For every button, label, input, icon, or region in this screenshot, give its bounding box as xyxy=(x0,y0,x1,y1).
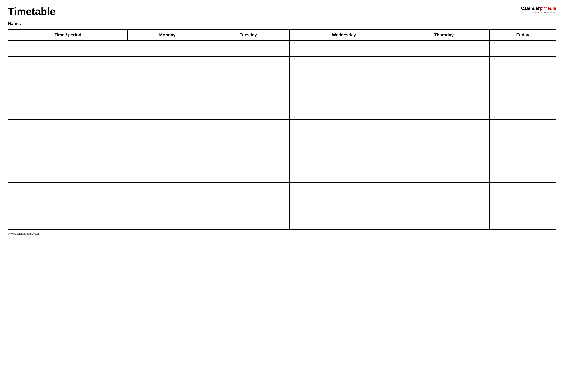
table-cell[interactable] xyxy=(490,72,556,88)
table-cell[interactable] xyxy=(207,182,290,198)
timetable: Time / period Monday Tuesday Wednesday T… xyxy=(8,29,556,230)
table-cell[interactable] xyxy=(128,41,207,56)
table-cell[interactable] xyxy=(207,167,290,182)
table-cell[interactable] xyxy=(207,88,290,104)
table-cell[interactable] xyxy=(207,198,290,214)
table-cell[interactable] xyxy=(128,104,207,119)
table-cell[interactable] xyxy=(8,119,128,135)
col-header-monday: Monday xyxy=(128,29,207,41)
table-cell[interactable] xyxy=(490,167,556,182)
table-cell[interactable] xyxy=(398,56,490,72)
table-cell[interactable] xyxy=(490,198,556,214)
table-cell[interactable] xyxy=(8,182,128,198)
table-cell[interactable] xyxy=(207,214,290,230)
table-cell[interactable] xyxy=(490,151,556,167)
table-cell[interactable] xyxy=(290,104,398,119)
table-cell[interactable] xyxy=(490,119,556,135)
table-cell[interactable] xyxy=(290,198,398,214)
table-row xyxy=(8,56,556,72)
table-cell[interactable] xyxy=(8,41,128,56)
table-cell[interactable] xyxy=(290,214,398,230)
table-row xyxy=(8,104,556,119)
table-cell[interactable] xyxy=(398,104,490,119)
logo-pedia: pco.ukedia xyxy=(540,6,556,11)
logo: Calendarpco.ukedia Your source for calen… xyxy=(521,6,556,14)
table-row xyxy=(8,167,556,182)
table-cell[interactable] xyxy=(290,88,398,104)
table-cell[interactable] xyxy=(398,41,490,56)
logo-text: Calendarpco.ukedia xyxy=(521,6,556,11)
table-cell[interactable] xyxy=(398,182,490,198)
table-cell[interactable] xyxy=(398,198,490,214)
table-cell[interactable] xyxy=(290,41,398,56)
table-cell[interactable] xyxy=(207,151,290,167)
table-cell[interactable] xyxy=(128,135,207,151)
table-cell[interactable] xyxy=(398,135,490,151)
name-label: Name: xyxy=(8,21,21,26)
table-cell[interactable] xyxy=(398,151,490,167)
table-cell[interactable] xyxy=(8,198,128,214)
table-cell[interactable] xyxy=(398,72,490,88)
table-cell[interactable] xyxy=(128,119,207,135)
page-header: Timetable Calendarpco.ukedia Your source… xyxy=(8,6,556,17)
col-header-friday: Friday xyxy=(490,29,556,41)
table-cell[interactable] xyxy=(398,119,490,135)
table-cell[interactable] xyxy=(8,214,128,230)
table-cell[interactable] xyxy=(128,72,207,88)
table-cell[interactable] xyxy=(8,104,128,119)
table-cell[interactable] xyxy=(207,41,290,56)
table-cell[interactable] xyxy=(290,72,398,88)
table-cell[interactable] xyxy=(128,198,207,214)
table-cell[interactable] xyxy=(490,135,556,151)
table-row xyxy=(8,119,556,135)
table-row xyxy=(8,72,556,88)
table-cell[interactable] xyxy=(398,167,490,182)
logo-co: co.uk xyxy=(542,6,548,9)
table-cell[interactable] xyxy=(8,167,128,182)
table-row xyxy=(8,198,556,214)
table-cell[interactable] xyxy=(8,88,128,104)
table-cell[interactable] xyxy=(490,88,556,104)
table-cell[interactable] xyxy=(290,56,398,72)
table-cell[interactable] xyxy=(8,135,128,151)
table-cell[interactable] xyxy=(398,214,490,230)
table-cell[interactable] xyxy=(290,135,398,151)
col-header-tuesday: Tuesday xyxy=(207,29,290,41)
table-cell[interactable] xyxy=(207,135,290,151)
table-cell[interactable] xyxy=(8,72,128,88)
table-cell[interactable] xyxy=(490,214,556,230)
name-row: Name: xyxy=(8,21,556,26)
table-cell[interactable] xyxy=(290,182,398,198)
table-row xyxy=(8,182,556,198)
table-cell[interactable] xyxy=(128,214,207,230)
footer: © www.calendarpedia.co.uk xyxy=(8,232,556,235)
table-cell[interactable] xyxy=(207,72,290,88)
table-row xyxy=(8,214,556,230)
table-cell[interactable] xyxy=(398,88,490,104)
table-cell[interactable] xyxy=(128,56,207,72)
table-row xyxy=(8,41,556,56)
table-cell[interactable] xyxy=(290,167,398,182)
table-cell[interactable] xyxy=(490,104,556,119)
table-cell[interactable] xyxy=(490,56,556,72)
table-row xyxy=(8,135,556,151)
table-cell[interactable] xyxy=(128,88,207,104)
table-cell[interactable] xyxy=(290,151,398,167)
col-header-wednesday: Wednesday xyxy=(290,29,398,41)
col-header-time: Time / period xyxy=(8,29,128,41)
table-header-row: Time / period Monday Tuesday Wednesday T… xyxy=(8,29,556,41)
table-cell[interactable] xyxy=(207,119,290,135)
table-cell[interactable] xyxy=(8,151,128,167)
table-cell[interactable] xyxy=(207,56,290,72)
table-cell[interactable] xyxy=(128,182,207,198)
page-title: Timetable xyxy=(8,6,55,17)
table-cell[interactable] xyxy=(290,119,398,135)
table-cell[interactable] xyxy=(128,151,207,167)
table-row xyxy=(8,88,556,104)
table-cell[interactable] xyxy=(207,104,290,119)
table-row xyxy=(8,151,556,167)
table-cell[interactable] xyxy=(128,167,207,182)
table-cell[interactable] xyxy=(490,41,556,56)
table-cell[interactable] xyxy=(8,56,128,72)
table-cell[interactable] xyxy=(490,182,556,198)
